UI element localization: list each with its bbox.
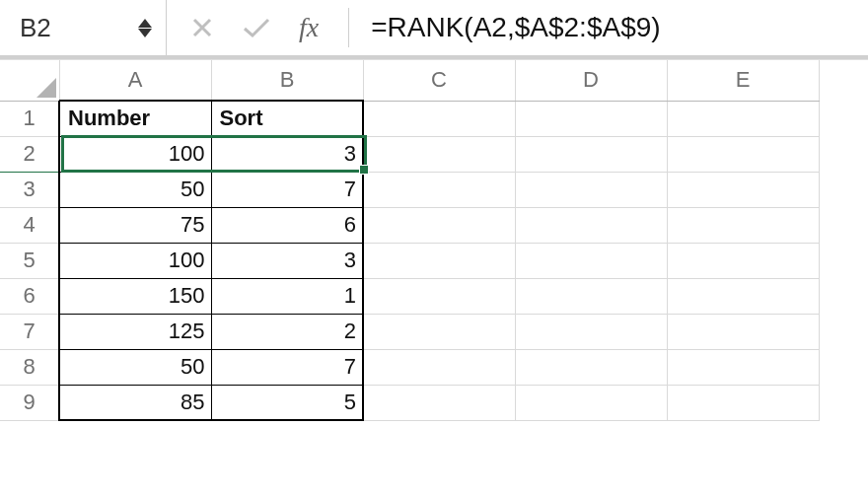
formula-input[interactable]: [361, 11, 868, 44]
cell-b5[interactable]: 3: [211, 243, 363, 278]
row-header-5[interactable]: 5: [0, 243, 59, 278]
spinner-up-icon[interactable]: [138, 19, 152, 28]
cell-a4[interactable]: 75: [59, 207, 211, 243]
row-8: 8 50 7: [0, 349, 819, 385]
cell-c1[interactable]: [363, 101, 515, 136]
row-6: 6 150 1: [0, 278, 819, 314]
cell-c8[interactable]: [363, 349, 515, 385]
cell-a5[interactable]: 100: [59, 243, 211, 278]
col-header-a[interactable]: A: [59, 60, 211, 101]
cell-d2[interactable]: [515, 136, 667, 172]
row-header-9[interactable]: 9: [0, 385, 59, 420]
cell-e1[interactable]: [667, 101, 819, 136]
cell-b8[interactable]: 7: [211, 349, 363, 385]
cell-c2[interactable]: [363, 136, 515, 172]
cell-b4[interactable]: 6: [211, 207, 363, 243]
cell-e4[interactable]: [667, 207, 819, 243]
cell-b9[interactable]: 5: [211, 385, 363, 420]
spinner-down-icon[interactable]: [138, 29, 152, 37]
cell-c9[interactable]: [363, 385, 515, 420]
row-1: 1 Number Sort: [0, 101, 819, 136]
cell-e8[interactable]: [667, 349, 819, 385]
cell-d4[interactable]: [515, 207, 667, 243]
row-7: 7 125 2: [0, 314, 819, 349]
row-header-4[interactable]: 4: [0, 207, 59, 243]
col-header-b[interactable]: B: [211, 60, 363, 101]
cell-a6[interactable]: 150: [59, 278, 211, 314]
row-header-7[interactable]: 7: [0, 314, 59, 349]
name-box-spinner[interactable]: [138, 19, 152, 37]
spreadsheet-grid[interactable]: A B C D E 1 Number Sort 2 100 3 3 50 7: [0, 59, 868, 421]
cell-b7[interactable]: 2: [211, 314, 363, 349]
row-header-6[interactable]: 6: [0, 278, 59, 314]
cell-a8[interactable]: 50: [59, 349, 211, 385]
col-header-c[interactable]: C: [363, 60, 515, 101]
row-2: 2 100 3: [0, 136, 819, 172]
fx-label[interactable]: fx: [299, 12, 319, 43]
cell-e9[interactable]: [667, 385, 819, 420]
row-header-2[interactable]: 2: [0, 136, 59, 172]
row-3: 3 50 7: [0, 172, 819, 207]
row-header-3[interactable]: 3: [0, 172, 59, 207]
cell-b3[interactable]: 7: [211, 172, 363, 207]
row-4: 4 75 6: [0, 207, 819, 243]
cell-a7[interactable]: 125: [59, 314, 211, 349]
cell-c5[interactable]: [363, 243, 515, 278]
row-header-8[interactable]: 8: [0, 349, 59, 385]
cell-c6[interactable]: [363, 278, 515, 314]
cell-d7[interactable]: [515, 314, 667, 349]
cell-d5[interactable]: [515, 243, 667, 278]
cell-c7[interactable]: [363, 314, 515, 349]
separator: [348, 8, 349, 47]
cell-d1[interactable]: [515, 101, 667, 136]
cell-b2[interactable]: 3: [211, 136, 363, 172]
cell-d3[interactable]: [515, 172, 667, 207]
cell-a3[interactable]: 50: [59, 172, 211, 207]
col-header-e[interactable]: E: [667, 60, 819, 101]
row-5: 5 100 3: [0, 243, 819, 278]
cell-e3[interactable]: [667, 172, 819, 207]
cell-e6[interactable]: [667, 278, 819, 314]
cell-c4[interactable]: [363, 207, 515, 243]
cell-a1[interactable]: Number: [59, 101, 211, 136]
cell-e5[interactable]: [667, 243, 819, 278]
cell-d9[interactable]: [515, 385, 667, 420]
formula-controls: fx: [167, 12, 342, 43]
cell-d6[interactable]: [515, 278, 667, 314]
cell-b1[interactable]: Sort: [211, 101, 363, 136]
confirm-icon[interactable]: [242, 16, 271, 39]
name-box[interactable]: B2: [20, 0, 167, 55]
select-all-corner[interactable]: [0, 60, 59, 101]
cell-e7[interactable]: [667, 314, 819, 349]
row-9: 9 85 5: [0, 385, 819, 420]
cell-a2[interactable]: 100: [59, 136, 211, 172]
name-box-value: B2: [20, 13, 99, 43]
column-header-row: A B C D E: [0, 60, 819, 101]
select-all-icon: [36, 78, 56, 98]
cell-d8[interactable]: [515, 349, 667, 385]
col-header-d[interactable]: D: [515, 60, 667, 101]
cell-e2[interactable]: [667, 136, 819, 172]
cell-b6[interactable]: 1: [211, 278, 363, 314]
cancel-icon[interactable]: [190, 16, 214, 39]
cell-a9[interactable]: 85: [59, 385, 211, 420]
formula-bar: B2 fx: [0, 0, 868, 59]
cell-c3[interactable]: [363, 172, 515, 207]
row-header-1[interactable]: 1: [0, 101, 59, 136]
